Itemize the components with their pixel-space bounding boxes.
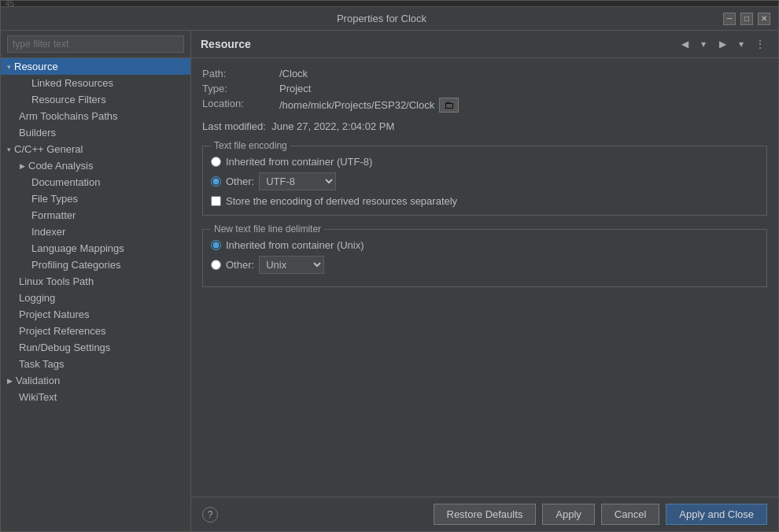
sidebar-item-validation[interactable]: ▶Validation xyxy=(1,372,190,389)
text-encoding-legend: Text file encoding xyxy=(211,140,290,151)
forward-dropdown-button[interactable]: ▾ xyxy=(733,35,750,53)
sidebar-item-label-project-natures: Project Natures xyxy=(19,308,90,320)
text-encoding-section: Text file encoding Inherited from contai… xyxy=(202,140,767,216)
delimiter-inherited-label[interactable]: Inherited from container (Unix) xyxy=(226,239,364,251)
sidebar-item-label-logging: Logging xyxy=(19,292,55,304)
sidebar-item-label-validation: Validation xyxy=(16,375,60,386)
help-button[interactable]: ? xyxy=(202,507,218,523)
sidebar-item-resource[interactable]: ▾Resource xyxy=(1,58,190,75)
dialog-footer: ? Restore Defaults Apply Cancel Apply an… xyxy=(191,497,778,531)
resource-info: Path: /Clock Type: Project Location: /ho… xyxy=(202,68,767,113)
sidebar-item-label-wikitext: WikiText xyxy=(19,391,57,403)
last-modified-label: Last modified: xyxy=(202,120,266,132)
forward-button[interactable]: ▶ xyxy=(714,35,731,53)
delimiter-other-row: Other: UnixWindowsMac xyxy=(211,256,759,274)
sidebar-item-label-linked-resources: Linked Resources xyxy=(31,77,113,89)
sidebar-item-label-c-cpp-general: C/C++ General xyxy=(14,143,83,155)
sidebar-item-project-references[interactable]: Project References xyxy=(1,323,190,339)
path-label: Path: xyxy=(202,68,273,79)
location-value: /home/mick/Projects/ESP32/Clock 🗀 xyxy=(279,98,767,113)
sidebar-item-resource-filters[interactable]: Resource Filters xyxy=(1,91,190,108)
c-cpp-general-arrow-icon: ▾ xyxy=(7,146,11,153)
encoding-inherited-label[interactable]: Inherited from container (UTF-8) xyxy=(226,156,372,168)
sidebar-item-language-mappings[interactable]: Language Mappings xyxy=(1,240,190,257)
sidebar-item-documentation[interactable]: Documentation xyxy=(1,174,190,190)
back-dropdown-button[interactable]: ▾ xyxy=(695,35,712,53)
location-label: Location: xyxy=(202,98,273,113)
restore-defaults-button[interactable]: Restore Defaults xyxy=(434,504,537,525)
sidebar-item-linux-tools-path[interactable]: Linux Tools Path xyxy=(1,273,190,290)
sidebar-item-label-profiling-categories: Profiling Categories xyxy=(31,259,120,271)
path-value: /Clock xyxy=(279,68,767,79)
sidebar: ▾ResourceLinked ResourcesResource Filter… xyxy=(1,31,191,531)
delimiter-inherited-row: Inherited from container (Unix) xyxy=(211,239,759,251)
sidebar-item-label-language-mappings: Language Mappings xyxy=(31,242,124,254)
line-delimiter-section: New text file line delimiter Inherited f… xyxy=(202,224,767,287)
store-encoding-label[interactable]: Store the encoding of derived resources … xyxy=(226,195,457,207)
sidebar-item-file-types[interactable]: File Types xyxy=(1,190,190,207)
footer-left: ? xyxy=(202,504,427,525)
sidebar-item-arm-toolchains[interactable]: Arm Toolchains Paths xyxy=(1,108,190,124)
dialog-title: Properties for Clock xyxy=(40,13,723,24)
sidebar-item-run-debug-settings[interactable]: Run/Debug Settings xyxy=(1,339,190,356)
panel-content: Path: /Clock Type: Project Location: /ho… xyxy=(191,58,778,497)
encoding-inherited-row: Inherited from container (UTF-8) xyxy=(211,156,759,168)
minimize-button[interactable]: ─ xyxy=(723,13,736,25)
sidebar-item-label-arm-toolchains: Arm Toolchains Paths xyxy=(19,110,118,122)
delimiter-other-label[interactable]: Other: xyxy=(226,259,254,271)
more-options-button[interactable]: ⋮ xyxy=(751,35,769,53)
title-bar-controls: ─ □ ✕ xyxy=(723,13,770,25)
panel-header: Resource ◀ ▾ ▶ ▾ ⋮ xyxy=(191,31,778,58)
sidebar-item-project-natures[interactable]: Project Natures xyxy=(1,306,190,323)
sidebar-item-builders[interactable]: Builders xyxy=(1,124,190,141)
sidebar-item-task-tags[interactable]: Task Tags xyxy=(1,356,190,372)
last-modified-value: June 27, 2022, 2:04:02 PM xyxy=(271,120,394,132)
encoding-select[interactable]: UTF-8UTF-16ISO-8859-1US-ASCII xyxy=(259,172,336,190)
properties-dialog: 45 Properties for Clock ─ □ ✕ ▾ResourceL… xyxy=(0,0,779,532)
main-panel: Resource ◀ ▾ ▶ ▾ ⋮ Path: /Clock Type: Pr… xyxy=(191,31,778,531)
sidebar-item-code-analysis[interactable]: ▶Code Analysis xyxy=(1,157,190,174)
sidebar-item-linked-resources[interactable]: Linked Resources xyxy=(1,75,190,91)
apply-button[interactable]: Apply xyxy=(542,504,595,525)
sidebar-item-label-linux-tools-path: Linux Tools Path xyxy=(19,275,94,287)
sidebar-item-logging[interactable]: Logging xyxy=(1,290,190,306)
location-browse-button[interactable]: 🗀 xyxy=(439,98,459,113)
type-label: Type: xyxy=(202,83,273,94)
sidebar-item-profiling-categories[interactable]: Profiling Categories xyxy=(1,257,190,273)
back-button[interactable]: ◀ xyxy=(676,35,693,53)
sidebar-item-label-formatter: Formatter xyxy=(31,209,76,221)
store-encoding-checkbox[interactable] xyxy=(211,196,221,206)
sidebar-item-label-task-tags: Task Tags xyxy=(19,358,65,370)
close-button[interactable]: ✕ xyxy=(758,13,770,25)
encoding-inherited-radio[interactable] xyxy=(211,157,221,167)
filter-input[interactable] xyxy=(7,35,184,53)
panel-title: Resource xyxy=(201,38,251,50)
sidebar-item-indexer[interactable]: Indexer xyxy=(1,224,190,240)
encoding-other-radio[interactable] xyxy=(211,176,221,187)
sidebar-item-label-indexer: Indexer xyxy=(31,226,65,238)
sidebar-item-label-resource: Resource xyxy=(14,61,58,72)
sidebar-item-label-code-analysis: Code Analysis xyxy=(28,160,93,172)
sidebar-item-formatter[interactable]: Formatter xyxy=(1,207,190,224)
cancel-button[interactable]: Cancel xyxy=(601,504,659,525)
resource-arrow-icon: ▾ xyxy=(7,63,11,71)
sidebar-item-label-builders: Builders xyxy=(19,127,56,139)
sidebar-item-c-cpp-general[interactable]: ▾C/C++ General xyxy=(1,141,190,157)
encoding-other-label[interactable]: Other: xyxy=(226,175,254,187)
line-delimiter-legend: New text file line delimiter xyxy=(211,224,324,235)
encoding-other-row: Other: UTF-8UTF-16ISO-8859-1US-ASCII xyxy=(211,172,759,190)
panel-toolbar: ◀ ▾ ▶ ▾ ⋮ xyxy=(676,35,769,53)
delimiter-inherited-radio[interactable] xyxy=(211,240,221,250)
sidebar-item-label-documentation: Documentation xyxy=(31,176,100,188)
last-modified-row: Last modified: June 27, 2022, 2:04:02 PM xyxy=(202,120,767,132)
filter-box xyxy=(1,31,190,58)
maximize-button[interactable]: □ xyxy=(740,13,753,25)
delimiter-select[interactable]: UnixWindowsMac xyxy=(259,256,324,274)
apply-close-button[interactable]: Apply and Close xyxy=(666,504,767,525)
code-analysis-arrow-icon: ▶ xyxy=(20,162,25,170)
type-value: Project xyxy=(279,83,767,94)
delimiter-other-radio[interactable] xyxy=(211,260,221,270)
top-strip: 45 xyxy=(1,1,778,7)
sidebar-item-label-project-references: Project References xyxy=(19,325,106,337)
sidebar-item-wikitext[interactable]: WikiText xyxy=(1,389,190,405)
